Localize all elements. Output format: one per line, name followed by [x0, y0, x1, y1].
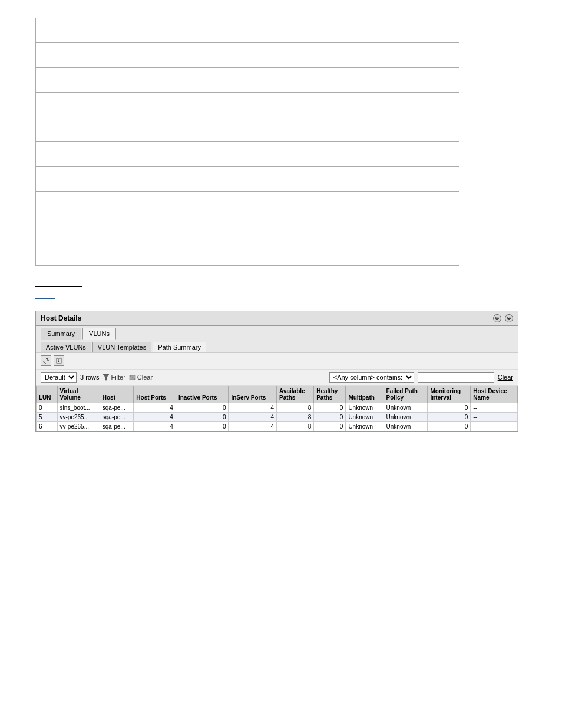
filter-profile-dropdown[interactable]: Default [41, 372, 77, 383]
cell-inserv-ports: 4 [229, 403, 277, 413]
subtab-vlun-templates[interactable]: VLUN Templates [92, 342, 151, 352]
panel-subtabs: Active VLUNs VLUN Templates Path Summary [36, 340, 518, 353]
cell-monitoring-interval: 0 [428, 403, 471, 413]
subtab-active-vluns[interactable]: Active VLUNs [41, 342, 91, 352]
cell-multipath: Unknown [346, 422, 384, 431]
cell-host-ports: 4 [134, 422, 176, 431]
info-label-5 [36, 142, 177, 167]
info-value-0 [177, 18, 459, 43]
svg-marker-2 [103, 374, 109, 380]
link-text-1 [35, 280, 82, 287]
cell-host: sqa-pe... [100, 413, 134, 422]
filter-button[interactable]: Filter [103, 374, 125, 381]
filter-column-dropdown[interactable]: <Any column> contains: [329, 372, 414, 383]
col-virtual-volume[interactable]: VirtualVolume [57, 386, 100, 403]
link-2[interactable] [35, 292, 55, 299]
export-button[interactable] [54, 355, 64, 366]
col-monitoring-interval[interactable]: MonitoringInterval [428, 386, 471, 403]
panel-header: Host Details ⊕ ⊗ [36, 311, 518, 326]
col-host-ports[interactable]: Host Ports [134, 386, 176, 403]
info-label-7 [36, 192, 177, 216]
cell-inserv-ports: 4 [229, 422, 277, 431]
panel-close-icon[interactable]: ⊗ [505, 314, 513, 322]
cell-monitoring-interval: 0 [428, 422, 471, 431]
filter-clear-right-button[interactable]: Clear [498, 374, 513, 381]
info-value-1 [177, 43, 459, 68]
info-value-4 [177, 117, 459, 142]
info-value-6 [177, 167, 459, 192]
info-table-row [36, 216, 459, 241]
info-label-3 [36, 93, 177, 117]
panel-expand-icon[interactable]: ⊕ [493, 314, 501, 322]
panel-header-icons: ⊕ ⊗ [493, 314, 513, 322]
filter-label: Filter [111, 374, 125, 381]
panel-filter-bar: Default 3 rows Filter Clear <Any column>… [36, 370, 518, 386]
info-label-8 [36, 216, 177, 241]
export-icon [56, 358, 62, 364]
refresh-button[interactable] [41, 355, 51, 366]
col-host[interactable]: Host [100, 386, 134, 403]
table-row[interactable]: 5 vv-pe265... sqa-pe... 4 0 4 8 0 Unknow… [37, 413, 518, 422]
filter-icon [103, 374, 110, 381]
cell-virtual-volume: vv-pe265... [57, 422, 100, 431]
col-failed-path-policy[interactable]: Failed PathPolicy [384, 386, 428, 403]
link-line-2 [35, 292, 527, 299]
cell-inactive-ports: 0 [176, 403, 229, 413]
cell-lun: 5 [37, 413, 58, 422]
filter-rows-count: 3 rows [80, 374, 99, 381]
info-value-9 [177, 241, 459, 266]
link-line-1 [35, 280, 527, 287]
subtab-path-summary[interactable]: Path Summary [153, 342, 206, 352]
col-host-device-name[interactable]: Host DeviceName [471, 386, 518, 403]
cell-available-paths: 8 [277, 413, 314, 422]
refresh-icon [43, 358, 49, 364]
info-value-7 [177, 192, 459, 216]
cell-failed-path-policy: Unknown [384, 413, 428, 422]
info-table-row [36, 18, 459, 43]
info-table-row [36, 241, 459, 266]
info-table-row [36, 93, 459, 117]
cell-lun: 6 [37, 422, 58, 431]
cell-host-ports: 4 [134, 413, 176, 422]
cell-healthy-paths: 0 [314, 403, 346, 413]
panel-toolbar [36, 353, 518, 370]
info-table-row [36, 68, 459, 93]
panel-main-tabs: Summary VLUNs [36, 326, 518, 340]
info-label-2 [36, 68, 177, 93]
col-lun[interactable]: LUN [37, 386, 58, 403]
cell-available-paths: 8 [277, 422, 314, 431]
info-value-2 [177, 68, 459, 93]
col-inserv-ports[interactable]: InServ Ports [229, 386, 277, 403]
cell-available-paths: 8 [277, 403, 314, 413]
filter-text-input[interactable] [418, 372, 494, 383]
table-header-row: LUN VirtualVolume Host Host Ports Inacti… [37, 386, 518, 403]
tab-summary[interactable]: Summary [41, 328, 81, 340]
cell-failed-path-policy: Unknown [384, 422, 428, 431]
cell-failed-path-policy: Unknown [384, 403, 428, 413]
host-details-panel: Host Details ⊕ ⊗ Summary VLUNs Active VL… [35, 311, 518, 432]
clear-left-icon [129, 374, 136, 381]
info-value-8 [177, 216, 459, 241]
col-available-paths[interactable]: AvailablePaths [277, 386, 314, 403]
table-row[interactable]: 6 vv-pe265... sqa-pe... 4 0 4 8 0 Unknow… [37, 422, 518, 431]
col-multipath[interactable]: Multipath [346, 386, 384, 403]
tab-vluns[interactable]: VLUNs [82, 328, 116, 340]
cell-monitoring-interval: 0 [428, 413, 471, 422]
col-healthy-paths[interactable]: HealthyPaths [314, 386, 346, 403]
info-label-6 [36, 167, 177, 192]
info-label-4 [36, 117, 177, 142]
cell-host-device-name: -- [471, 413, 518, 422]
col-inactive-ports[interactable]: Inactive Ports [176, 386, 229, 403]
cell-virtual-volume: vv-pe265... [57, 413, 100, 422]
info-table-row [36, 142, 459, 167]
cell-host-ports: 4 [134, 403, 176, 413]
cell-inserv-ports: 4 [229, 413, 277, 422]
info-label-1 [36, 43, 177, 68]
cell-host-device-name: -- [471, 422, 518, 431]
filter-clear-left-button[interactable]: Clear [129, 374, 153, 381]
cell-virtual-volume: sins_boot... [57, 403, 100, 413]
info-label-9 [36, 241, 177, 266]
cell-inactive-ports: 0 [176, 413, 229, 422]
cell-inactive-ports: 0 [176, 422, 229, 431]
table-row[interactable]: 0 sins_boot... sqa-pe... 4 0 4 8 0 Unkno… [37, 403, 518, 413]
